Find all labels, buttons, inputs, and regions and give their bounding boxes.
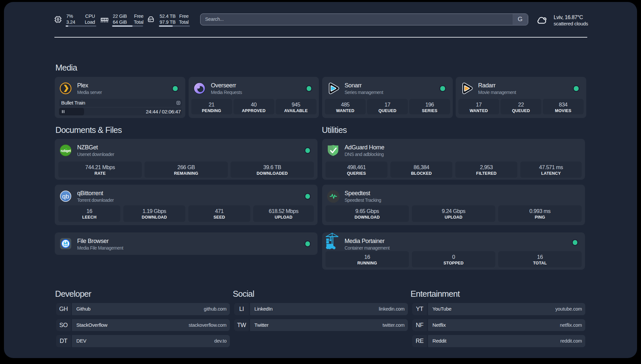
svg-text:nzbget: nzbget: [61, 149, 71, 153]
svg-text:qb: qb: [62, 193, 69, 200]
